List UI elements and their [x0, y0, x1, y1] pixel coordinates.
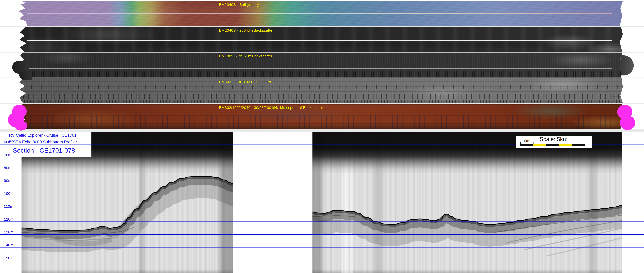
scale-tick	[559, 142, 559, 144]
depth-tick-label: 120m	[4, 217, 14, 222]
echogram-panel-right	[312, 132, 622, 273]
survey-track-line	[27, 13, 612, 14]
scale-minor-label: 1km	[520, 139, 533, 143]
sonar-strip-backscatter-30khz: EM302 - 30 kHz Backscatter	[18, 78, 624, 103]
sonar-strip-backscatter-200khz: EM2040S - 200 kHzBackscatter	[18, 27, 624, 52]
strip-label: EM1002 - 95 kHz Backscatter	[219, 54, 272, 58]
strip-separator	[0, 78, 644, 78]
depth-gridline	[0, 170, 644, 170]
depth-tick-label: 130m	[4, 230, 14, 234]
strip-label: EM2040S - Bathymetry	[219, 2, 259, 7]
depth-tick-label: 110m	[4, 204, 13, 208]
seafloor-trace-svg	[312, 132, 622, 273]
survey-track-line	[27, 96, 612, 96]
strip-separator	[0, 129, 644, 132]
magenta-blob-left-3	[14, 121, 27, 130]
sonar-strip-multispectral: EM302/1002/2040 - 30/95/200 kHz Multispe…	[18, 104, 624, 129]
scale-segment	[559, 144, 572, 146]
strip-label: EM302 - 30 kHz Backscatter	[219, 80, 271, 84]
em1002-turn-left-2	[19, 70, 32, 80]
depth-tick-label: 60m	[4, 140, 11, 144]
depth-gridline	[0, 222, 644, 222]
scale-segment	[520, 144, 533, 146]
scale-tick	[546, 142, 546, 144]
section-title: Section - CE1701-078	[13, 147, 75, 154]
strip-label: EM2040S - 200 kHzBackscatter	[219, 28, 274, 32]
depth-gridline	[0, 247, 644, 248]
depth-tick-label: 80m	[4, 166, 11, 170]
scale-tick	[520, 142, 520, 144]
strip-label: EM302/1002/2040 - 30/95/200 kHz Multispe…	[219, 106, 323, 110]
strip-separator	[0, 103, 644, 104]
depth-gridline	[0, 157, 644, 157]
em1002-turn-right	[621, 55, 634, 76]
scale-tick	[572, 142, 572, 144]
survey-track-line	[27, 68, 612, 68]
depth-gridline	[0, 196, 644, 196]
scale-segment	[572, 144, 585, 146]
magenta-blob-right-2	[620, 116, 635, 130]
depth-tick-label: 90m	[4, 178, 11, 183]
strip-separator	[0, 52, 644, 52]
depth-gridline	[0, 260, 644, 260]
survey-track-line	[27, 40, 612, 41]
depth-tick-label: 70m	[4, 153, 11, 157]
scale-bar-box: Scale: 5km 1km	[516, 136, 592, 148]
survey-figure: EM2040S - BathymetryEM2040S - 200 kHzBac…	[0, 0, 644, 273]
depth-tick-label: 140m	[4, 243, 14, 247]
depth-gridline	[0, 183, 644, 183]
cruise-title: RV Celtic Explorer - Cruise : CE1701	[9, 133, 76, 138]
scale-bar	[520, 144, 585, 146]
depth-gridline	[0, 208, 644, 209]
scale-segment	[546, 144, 559, 146]
scale-segment	[533, 144, 546, 146]
sonar-strip-backscatter-95khz: EM1002 - 95 kHz Backscatter	[18, 52, 624, 78]
depth-tick-label: 100m	[4, 191, 14, 196]
depth-tick-label: 150m	[4, 256, 14, 260]
strip-separator	[0, 26, 644, 27]
instrument-title: IXSEA Echo 3000 Subbottom Profiler	[9, 140, 77, 144]
survey-track-line	[27, 124, 612, 124]
scale-tick	[533, 142, 534, 144]
sonar-strip-bathymetry: EM2040S - Bathymetry	[18, 1, 624, 26]
depth-gridline	[0, 234, 644, 235]
